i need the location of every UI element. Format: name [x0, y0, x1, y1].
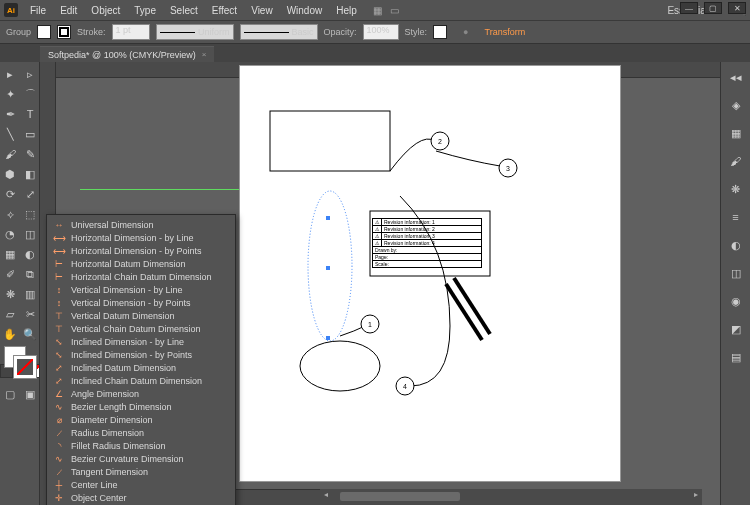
eyedropper-tool[interactable]: ✐	[0, 264, 20, 284]
fly-bezier-length[interactable]: ∿Bezier Length Dimension	[47, 400, 235, 413]
ellipse-2[interactable]	[300, 341, 380, 391]
panel-dock: ◂◂ ◈ ▦ 🖌 ❋ ≡ ◐ ◫ ◉ ◩ ▤	[720, 62, 750, 505]
menu-window[interactable]: Window	[281, 5, 329, 16]
expand-panels-icon[interactable]: ◂◂	[727, 68, 745, 86]
fly-fillet-radius[interactable]: ◝Fillet Radius Dimension	[47, 439, 235, 452]
menu-edit[interactable]: Edit	[54, 5, 83, 16]
fly-universal-dimension[interactable]: ↔Universal Dimension	[47, 218, 235, 231]
arrange-icon[interactable]: ▭	[390, 5, 399, 16]
free-transform-tool[interactable]: ⬚	[20, 204, 40, 224]
window-close[interactable]: ✕	[728, 2, 746, 14]
fly-incl-dim-line[interactable]: ⤡Inclined Dimension - by Line	[47, 335, 235, 348]
stroke-panel-icon[interactable]: ≡	[727, 208, 745, 226]
mesh-tool[interactable]: ▦	[0, 244, 20, 264]
revision-table[interactable]: ⚠Revision information: 1 ⚠Revision infor…	[372, 218, 482, 268]
document-tab[interactable]: Softpedia* @ 100% (CMYK/Preview) ×	[40, 46, 214, 62]
brushes-panel-icon[interactable]: 🖌	[727, 152, 745, 170]
fly-diameter-dim[interactable]: ⌀Diameter Dimension	[47, 413, 235, 426]
fill-swatch[interactable]	[37, 25, 51, 39]
stroke-weight-input[interactable]: 1 pt	[112, 24, 150, 40]
scrollbar-horizontal[interactable]: ◂ ▸	[320, 489, 702, 505]
opacity-input[interactable]: 100%	[363, 24, 399, 40]
menu-help[interactable]: Help	[330, 5, 363, 16]
bridge-icon[interactable]: ▦	[373, 5, 382, 16]
gradient-panel-icon[interactable]: ◐	[727, 236, 745, 254]
fly-horiz-datum-dim[interactable]: ⊢Horizontal Datum Dimension	[47, 257, 235, 270]
brush-dropdown[interactable]: Basic	[240, 24, 318, 40]
layers-panel-icon[interactable]: ▤	[727, 348, 745, 366]
fly-center-line[interactable]: ┼Center Line	[47, 478, 235, 491]
menu-view[interactable]: View	[245, 5, 279, 16]
transparency-panel-icon[interactable]: ◫	[727, 264, 745, 282]
leader-3[interactable]	[436, 151, 500, 166]
lasso-tool[interactable]: ⌒	[20, 84, 40, 104]
screen-mode-normal[interactable]: ▢	[0, 384, 20, 404]
close-tab-icon[interactable]: ×	[202, 50, 207, 59]
fly-incl-dim-points[interactable]: ⤡Inclined Dimension - by Points	[47, 348, 235, 361]
rectangle-tool[interactable]: ▭	[20, 124, 40, 144]
fly-vert-dim-points[interactable]: ↕Vertical Dimension - by Points	[47, 296, 235, 309]
menu-select[interactable]: Select	[164, 5, 204, 16]
magic-wand-tool[interactable]: ✦	[0, 84, 20, 104]
type-tool[interactable]: T	[20, 104, 40, 124]
style-swatch[interactable]	[433, 25, 447, 39]
menu-type[interactable]: Type	[128, 5, 162, 16]
leader-2[interactable]	[390, 139, 435, 171]
scrollbar-thumb[interactable]	[340, 492, 460, 501]
scroll-left-icon[interactable]: ◂	[324, 490, 328, 499]
transform-link[interactable]: Transform	[485, 27, 526, 37]
fly-object-center[interactable]: ✛Object Center	[47, 491, 235, 504]
fly-horiz-dim-points[interactable]: ⟷Horizontal Dimension - by Points	[47, 244, 235, 257]
fly-horiz-chain-datum[interactable]: ⊢Horizontal Chain Datum Dimension	[47, 270, 235, 283]
appearance-panel-icon[interactable]: ◉	[727, 292, 745, 310]
artboard-tool[interactable]: ▱	[0, 304, 20, 324]
fly-tangent-dim[interactable]: ⟋Tangent Dimension	[47, 465, 235, 478]
menu-file[interactable]: File	[24, 5, 52, 16]
paintbrush-tool[interactable]: 🖌	[0, 144, 20, 164]
pen-tool[interactable]: ✒	[0, 104, 20, 124]
fly-angle-dim[interactable]: ∠Angle Dimension	[47, 387, 235, 400]
fly-vert-chain-datum[interactable]: ⊤Vertical Chain Datum Dimension	[47, 322, 235, 335]
stroke-color[interactable]	[14, 356, 36, 378]
selection-tool[interactable]: ▸	[0, 64, 20, 84]
fly-horiz-dim-line[interactable]: ⟷Horizontal Dimension - by Line	[47, 231, 235, 244]
scroll-right-icon[interactable]: ▸	[694, 490, 698, 499]
fly-incl-datum-dim[interactable]: ⤢Inclined Datum Dimension	[47, 361, 235, 374]
fly-bezier-curvature[interactable]: ∿Bezier Curvature Dimension	[47, 452, 235, 465]
width-tool[interactable]: ⟡	[0, 204, 20, 224]
color-swatches[interactable]	[0, 344, 40, 382]
eraser-tool[interactable]: ◧	[20, 164, 40, 184]
zoom-tool[interactable]: 🔍	[20, 324, 40, 344]
blob-brush-tool[interactable]: ⬢	[0, 164, 20, 184]
fly-vert-dim-line[interactable]: ↕Vertical Dimension - by Line	[47, 283, 235, 296]
line-tool[interactable]: ╲	[0, 124, 20, 144]
rotate-tool[interactable]: ⟳	[0, 184, 20, 204]
scale-tool[interactable]: ⤢	[20, 184, 40, 204]
fly-vert-datum-dim[interactable]: ⊤Vertical Datum Dimension	[47, 309, 235, 322]
swatches-panel-icon[interactable]: ▦	[727, 124, 745, 142]
artboard[interactable]: 2 3 1 4 ⚠Revision information: 1 ⚠Revisi…	[240, 66, 620, 481]
graph-tool[interactable]: ▥	[20, 284, 40, 304]
gradient-tool[interactable]: ◐	[20, 244, 40, 264]
slice-tool[interactable]: ✂	[20, 304, 40, 324]
fly-incl-chain-datum[interactable]: ⤢Inclined Chain Datum Dimension	[47, 374, 235, 387]
shape-builder-tool[interactable]: ◔	[0, 224, 20, 244]
menu-effect[interactable]: Effect	[206, 5, 243, 16]
menu-object[interactable]: Object	[85, 5, 126, 16]
window-minimize[interactable]: —	[680, 2, 698, 14]
blend-tool[interactable]: ⧉	[20, 264, 40, 284]
graphic-styles-panel-icon[interactable]: ◩	[727, 320, 745, 338]
pencil-tool[interactable]: ✎	[20, 144, 40, 164]
hand-tool[interactable]: ✋	[0, 324, 20, 344]
fly-radius-dim[interactable]: ⟋Radius Dimension	[47, 426, 235, 439]
symbols-panel-icon[interactable]: ❋	[727, 180, 745, 198]
direct-selection-tool[interactable]: ▹	[20, 64, 40, 84]
symbol-sprayer-tool[interactable]: ❋	[0, 284, 20, 304]
stroke-swatch[interactable]	[57, 25, 71, 39]
stroke-profile-dropdown[interactable]: Uniform	[156, 24, 234, 40]
color-panel-icon[interactable]: ◈	[727, 96, 745, 114]
screen-mode-full[interactable]: ▣	[20, 384, 40, 404]
window-maximize[interactable]: ▢	[704, 2, 722, 14]
perspective-tool[interactable]: ◫	[20, 224, 40, 244]
rect-1[interactable]	[270, 111, 390, 171]
